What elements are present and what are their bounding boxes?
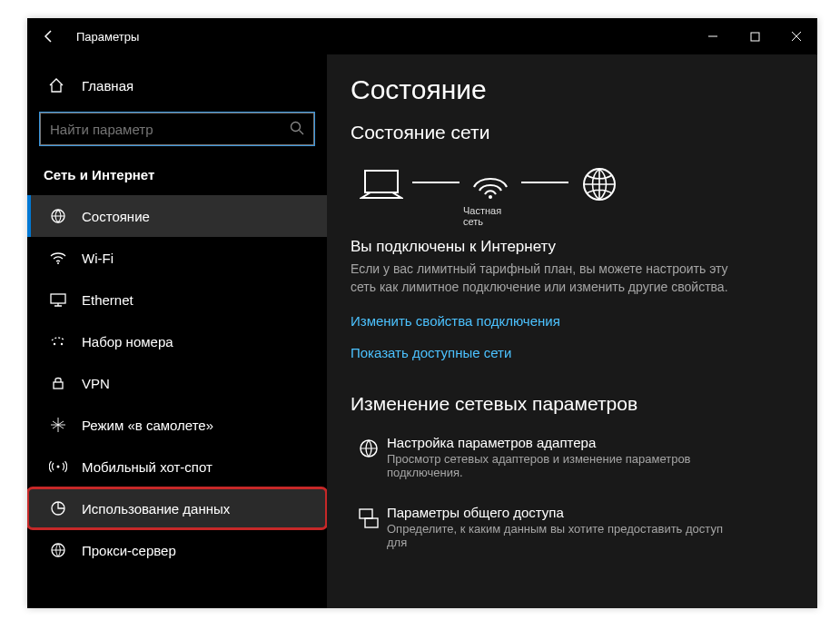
close-button[interactable]: [776, 18, 817, 54]
proxy-icon: [47, 541, 69, 559]
settings-window: Параметры Главная: [27, 18, 817, 608]
svg-rect-0: [751, 33, 759, 41]
sidebar-section-title: Сеть и Интернет: [27, 160, 327, 195]
sidebar-item-vpn[interactable]: VPN: [27, 362, 327, 404]
sidebar-item-proxy[interactable]: Прокси-сервер: [27, 529, 327, 571]
svg-rect-7: [54, 382, 63, 389]
dialup-icon: [47, 332, 69, 350]
vpn-icon: [47, 374, 69, 392]
option-desc: Определите, к каким данным вы хотите пре…: [387, 522, 732, 549]
minimize-button[interactable]: [692, 18, 734, 54]
diagram-caption: Частная сеть: [463, 205, 518, 218]
option-title: Настройка параметров адаптера: [387, 435, 794, 450]
diagram-connector: [521, 182, 568, 183]
sidebar-item-label: Режим «в самолете»: [69, 418, 213, 433]
svg-point-5: [54, 343, 55, 345]
home-icon: [47, 77, 65, 93]
wifi-icon: [47, 249, 69, 267]
sharing-icon: [351, 505, 387, 549]
search-box: [40, 113, 314, 145]
svg-point-3: [57, 262, 59, 264]
adapter-icon: [351, 435, 387, 479]
sidebar-item-label: Мобильный хот-спот: [69, 459, 212, 475]
diagram-router: Частная сеть: [463, 167, 518, 218]
sidebar-item-label: Прокси-сервер: [69, 543, 176, 558]
sidebar-item-label: Набор номера: [69, 334, 173, 349]
sidebar-item-status[interactable]: Состояние: [27, 195, 327, 237]
section-change-settings: Изменение сетевых параметров: [351, 393, 794, 415]
main-content: Состояние Состояние сети: [327, 54, 817, 608]
sidebar-item-label: Состояние: [69, 209, 150, 224]
sidebar: Главная Сеть и Интернет Состояние: [27, 54, 327, 608]
sidebar-item-dialup[interactable]: Набор номера: [27, 320, 327, 362]
sidebar-item-ethernet[interactable]: Ethernet: [27, 279, 327, 320]
window-title: Параметры: [71, 30, 139, 44]
svg-rect-4: [51, 294, 65, 303]
svg-rect-11: [365, 171, 398, 192]
svg-rect-15: [360, 509, 372, 518]
maximize-button[interactable]: [734, 18, 776, 54]
svg-point-8: [57, 466, 60, 468]
search-icon: [289, 120, 305, 136]
network-diagram: Частная сеть: [351, 151, 794, 225]
sidebar-item-hotspot[interactable]: Мобильный хот-спот: [27, 446, 327, 487]
svg-point-1: [292, 123, 301, 132]
diagram-device: [354, 167, 409, 218]
sidebar-item-wifi[interactable]: Wi-Fi: [27, 237, 327, 279]
data-usage-icon: [47, 499, 69, 517]
titlebar: Параметры: [27, 18, 817, 54]
sidebar-item-label: Ethernet: [69, 292, 133, 308]
diagram-internet: [572, 165, 627, 220]
diagram-connector: [412, 182, 460, 183]
search-input[interactable]: [40, 113, 314, 145]
link-change-properties[interactable]: Изменить свойства подключения: [351, 313, 794, 329]
option-adapter-settings[interactable]: Настройка параметров адаптера Просмотр с…: [351, 422, 794, 492]
sidebar-item-data-usage[interactable]: Использование данных: [27, 487, 327, 529]
airplane-icon: [47, 416, 69, 434]
link-show-networks[interactable]: Показать доступные сети: [351, 345, 794, 360]
svg-point-6: [61, 343, 63, 345]
sidebar-home[interactable]: Главная: [27, 67, 327, 103]
sidebar-item-label: VPN: [69, 376, 110, 391]
hotspot-icon: [47, 458, 69, 476]
sidebar-item-label: Использование данных: [69, 501, 230, 517]
status-icon: [47, 207, 69, 225]
back-button[interactable]: [27, 18, 71, 54]
section-network-status: Состояние сети: [351, 122, 794, 143]
option-title: Параметры общего доступа: [387, 505, 794, 520]
sidebar-item-label: Wi-Fi: [69, 251, 114, 266]
connected-title: Вы подключены к Интернету: [351, 238, 794, 256]
sidebar-home-label: Главная: [65, 78, 133, 93]
connected-desc: Если у вас лимитный тарифный план, вы мо…: [351, 260, 732, 297]
svg-point-12: [489, 195, 492, 199]
option-sharing-settings[interactable]: Параметры общего доступа Определите, к к…: [351, 492, 794, 562]
ethernet-icon: [47, 290, 69, 309]
sidebar-item-airplane[interactable]: Режим «в самолете»: [27, 404, 327, 446]
option-desc: Просмотр сетевых адаптеров и изменение п…: [387, 452, 732, 479]
svg-rect-16: [365, 518, 378, 527]
page-title: Состояние: [351, 74, 794, 105]
